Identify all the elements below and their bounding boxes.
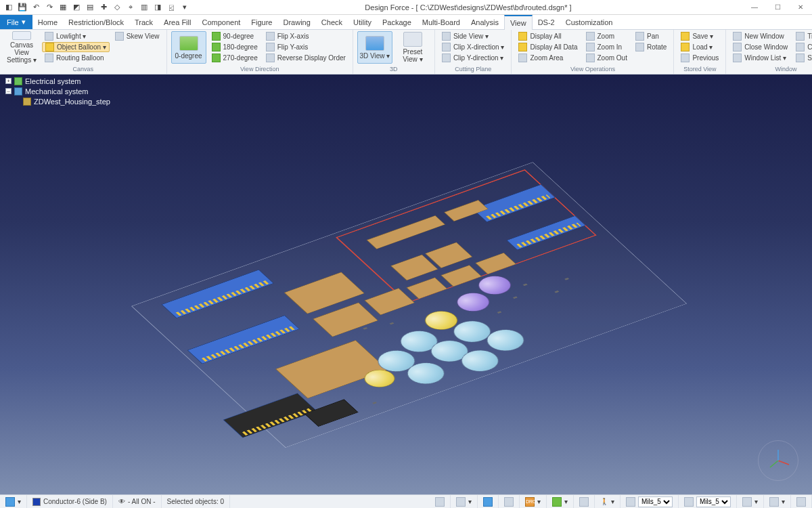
flip-y-button[interactable]: Flip Y-axis [263, 42, 348, 52]
qat-dropdown-icon[interactable]: ▾ [179, 1, 191, 14]
zoom-in-button[interactable]: Zoom In [583, 42, 630, 52]
status-tool[interactable]: 🚶▾ [595, 495, 621, 508]
units-select-a[interactable]: Mils_5 [638, 496, 673, 507]
qat-icon[interactable]: ⌖ [125, 1, 137, 14]
qat-icon[interactable]: ▤ [84, 1, 96, 14]
tab-drawing[interactable]: Drawing [278, 15, 316, 29]
status-tool[interactable]: ▾ [764, 495, 791, 508]
tab-area-fill[interactable]: Area Fill [158, 15, 196, 29]
rotate-button[interactable]: Rotate [633, 42, 669, 52]
status-mode[interactable]: ▾ [0, 495, 27, 508]
canvas-view-settings-button[interactable]: Canvas View Settings ▾ [4, 31, 39, 64]
tree-label: Electrical system [25, 77, 81, 85]
180-degree-button[interactable]: 180-degree [209, 42, 261, 52]
maximize-button[interactable]: ☐ [766, 0, 789, 15]
side-view-button[interactable]: Side View ▾ [439, 31, 508, 41]
file-tab[interactable]: File▾ [0, 15, 32, 29]
close-button[interactable]: ✕ [789, 0, 812, 15]
status-units-b[interactable]: Mils_5 [679, 495, 737, 508]
status-tool[interactable]: ▾ [451, 495, 478, 508]
ninety-degree-button[interactable]: 90-degree [209, 31, 261, 41]
status-tool[interactable]: ▾ [547, 495, 574, 508]
object-balloon-button[interactable]: Object Balloon ▾ [42, 42, 110, 52]
status-units-a[interactable]: Mils_5 [621, 495, 679, 508]
tab-package[interactable]: Package [377, 15, 417, 29]
tab-restriction-block[interactable]: Restriction/Block [63, 15, 129, 29]
lowlight-button[interactable]: Lowlight ▾ [42, 31, 110, 41]
app-menu-icon[interactable]: ◧ [3, 1, 15, 14]
previous-view-button[interactable]: Previous [678, 53, 721, 63]
display-all-button[interactable]: Display All [516, 31, 580, 41]
redo-icon[interactable]: ↷ [43, 1, 55, 14]
zoom-out-button[interactable]: Zoom Out [583, 53, 630, 63]
window-controls: — ☐ ✕ [743, 0, 812, 15]
qat-icon[interactable]: ▦ [57, 1, 69, 14]
3d-canvas[interactable] [0, 75, 812, 494]
qat-icon[interactable]: ◩ [70, 1, 83, 14]
cascade-button[interactable]: Cascade [793, 42, 812, 52]
display-all-data-button[interactable]: Display All Data [516, 42, 580, 52]
270-degree-button[interactable]: 270-degree [209, 53, 261, 63]
sync-view-button[interactable]: Sync View [793, 53, 812, 63]
tool-icon [435, 497, 445, 507]
clip-y-button[interactable]: Clip Y-direction ▾ [439, 53, 508, 63]
close-window-button[interactable]: Close Window [730, 42, 790, 52]
tree-node-electrical[interactable]: + Electrical system [3, 76, 131, 86]
tab-track[interactable]: Track [129, 15, 158, 29]
zero-degree-button[interactable]: 0-degree [171, 31, 206, 64]
status-tool[interactable] [574, 495, 595, 508]
tab-multi-board[interactable]: Multi-Board [417, 15, 466, 29]
flip-x-button[interactable]: Flip X-axis [263, 31, 348, 41]
undo-icon[interactable]: ↶ [30, 1, 42, 14]
pcb-model [131, 162, 694, 454]
workspace: + Electrical system – Mechanical system … [0, 75, 812, 494]
qat-icon[interactable]: ✚ [97, 1, 110, 14]
status-tool[interactable] [499, 495, 520, 508]
reverse-display-order-button[interactable]: Reverse Display Order [263, 53, 348, 63]
qat-icon[interactable]: ▥ [138, 1, 150, 14]
zoom-area-button[interactable]: Zoom Area [516, 53, 580, 63]
status-drc[interactable]: DRC▾ [520, 495, 547, 508]
qat-icon[interactable]: ⍃ [165, 1, 177, 14]
3d-view-button[interactable]: 3D View ▾ [357, 31, 392, 64]
status-bar: ▾ Conductor-6 (Side B) 👁 - All ON - Sele… [0, 494, 812, 508]
status-tool[interactable] [478, 495, 499, 508]
tab-component[interactable]: Component [196, 15, 246, 29]
collapse-icon[interactable]: – [5, 88, 12, 94]
status-tool[interactable]: ▾ [737, 495, 764, 508]
save-icon[interactable]: 💾 [16, 1, 28, 14]
tool-icon [456, 497, 466, 507]
routing-balloon-button[interactable]: Routing Balloon [42, 53, 110, 63]
zoom-button[interactable]: Zoom [583, 31, 630, 41]
axis-gizmo[interactable] [758, 440, 798, 481]
status-tool[interactable] [430, 495, 451, 508]
tab-ds2[interactable]: DS-2 [533, 15, 560, 29]
skew-view-button[interactable]: Skew View [112, 31, 162, 41]
tab-analysis[interactable]: Analysis [466, 15, 504, 29]
preset-view-button[interactable]: Preset View ▾ [395, 31, 430, 64]
tab-customization[interactable]: Customization [560, 15, 618, 29]
tree-node-housing[interactable]: ZDWest_Housing_step [3, 96, 131, 106]
tab-view[interactable]: View [504, 15, 533, 30]
tab-home[interactable]: Home [32, 15, 63, 29]
pan-button[interactable]: Pan [633, 31, 669, 41]
clip-x-button[interactable]: Clip X-direction ▾ [439, 42, 508, 52]
qat-icon[interactable]: ◨ [152, 1, 164, 14]
load-view-button[interactable]: Load ▾ [678, 42, 721, 52]
qat-icon[interactable]: ◇ [111, 1, 123, 14]
tree-node-mechanical[interactable]: – Mechanical system [3, 86, 131, 96]
window-list-button[interactable]: Window List ▾ [730, 53, 790, 63]
status-layer[interactable]: Conductor-6 (Side B) [27, 495, 113, 508]
status-tool[interactable] [791, 495, 812, 508]
expand-icon[interactable]: + [5, 78, 12, 84]
tile-button[interactable]: Tile [793, 31, 812, 41]
minimize-button[interactable]: — [743, 0, 766, 15]
tab-figure[interactable]: Figure [246, 15, 277, 29]
status-visibility[interactable]: 👁 - All ON - [113, 495, 162, 508]
units-select-b[interactable]: Mils_5 [696, 496, 731, 507]
new-window-button[interactable]: New Window [730, 31, 790, 41]
tab-utility[interactable]: Utility [348, 15, 377, 29]
preset-view-icon [403, 32, 422, 47]
save-view-button[interactable]: Save ▾ [678, 31, 721, 41]
tab-check[interactable]: Check [316, 15, 348, 29]
